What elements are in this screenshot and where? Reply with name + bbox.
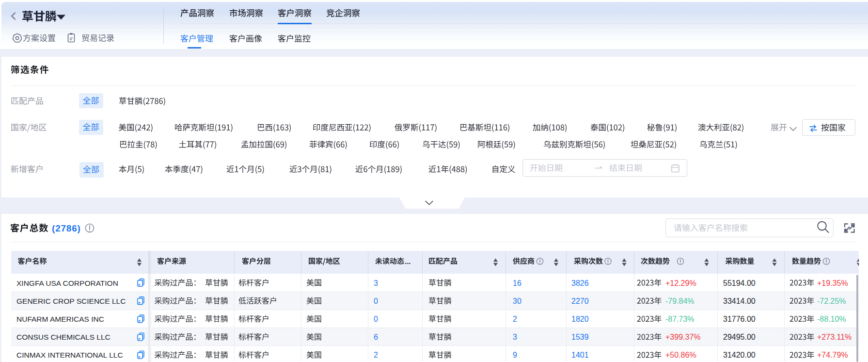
svg-text:31420.00: 31420.00 <box>723 351 756 359</box>
svg-text:55194.00: 55194.00 <box>723 279 756 287</box>
svg-text:0: 0 <box>374 315 378 323</box>
svg-text:-88.10%: -88.10% <box>817 315 846 323</box>
svg-text:-72.25%: -72.25% <box>817 297 846 305</box>
svg-text:31776.00: 31776.00 <box>723 315 756 323</box>
svg-text:2: 2 <box>513 315 517 323</box>
svg-text:3826: 3826 <box>571 279 589 287</box>
svg-text:+12.29%: +12.29% <box>665 279 696 287</box>
svg-text:+50.86%: +50.86% <box>665 351 696 359</box>
svg-text:+273.11%: +273.11% <box>817 333 852 341</box>
svg-text:+19.35%: +19.35% <box>817 279 848 287</box>
svg-text:1539: 1539 <box>571 333 589 341</box>
svg-text:CONSUS CHEMICALS LLC: CONSUS CHEMICALS LLC <box>16 333 110 341</box>
svg-text:6: 6 <box>374 333 378 341</box>
svg-text:-79.84%: -79.84% <box>665 297 694 305</box>
svg-text:+74.79%: +74.79% <box>817 351 848 359</box>
svg-text:NUFARM AMERICAS INC: NUFARM AMERICAS INC <box>16 315 104 323</box>
svg-text:0: 0 <box>374 297 378 305</box>
svg-text:30: 30 <box>513 297 521 305</box>
svg-text:1401: 1401 <box>571 351 589 359</box>
svg-text:1820: 1820 <box>571 315 589 323</box>
svg-text:16: 16 <box>513 279 521 287</box>
svg-text:29495.00: 29495.00 <box>723 333 756 341</box>
svg-text:XINGFA USA CORPORATION: XINGFA USA CORPORATION <box>16 279 118 287</box>
svg-text:CINMAX INTERNATIONAL LLC: CINMAX INTERNATIONAL LLC <box>16 351 123 359</box>
svg-text:33414.00: 33414.00 <box>723 297 756 305</box>
svg-text:(2786): (2786) <box>52 223 81 233</box>
svg-text:...: ... <box>405 257 411 265</box>
svg-text:9: 9 <box>513 351 517 359</box>
svg-text:3: 3 <box>374 279 378 287</box>
svg-text:2270: 2270 <box>571 297 589 305</box>
svg-text:3: 3 <box>513 333 517 341</box>
svg-text:+399.37%: +399.37% <box>665 333 701 341</box>
svg-text:GENERIC CROP SCIENCE LLC: GENERIC CROP SCIENCE LLC <box>16 297 126 305</box>
svg-text:2: 2 <box>374 351 378 359</box>
svg-text:-87.73%: -87.73% <box>665 315 694 323</box>
